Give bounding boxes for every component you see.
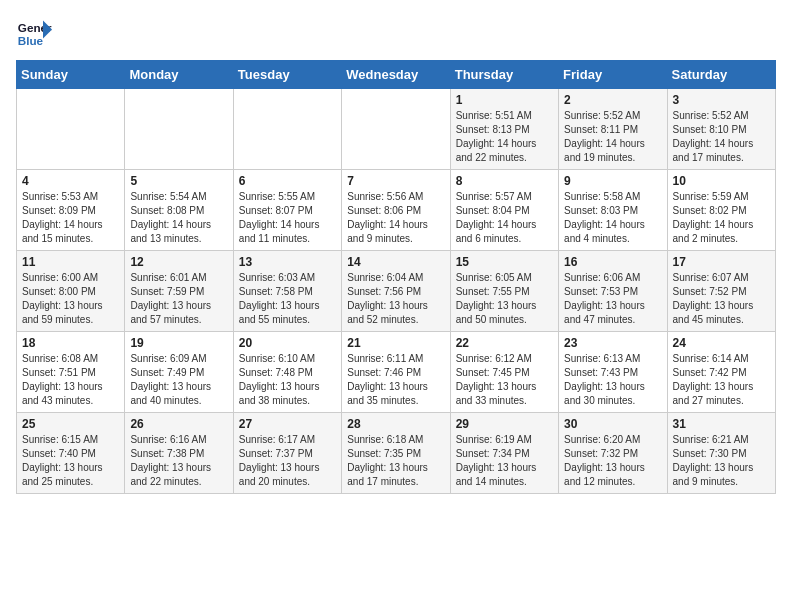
day-number: 30 (564, 417, 661, 431)
calendar-cell (233, 89, 341, 170)
cell-content: Sunrise: 6:07 AM Sunset: 7:52 PM Dayligh… (673, 271, 770, 327)
weekday-header: Friday (559, 61, 667, 89)
calendar-cell: 19Sunrise: 6:09 AM Sunset: 7:49 PM Dayli… (125, 332, 233, 413)
calendar-cell: 30Sunrise: 6:20 AM Sunset: 7:32 PM Dayli… (559, 413, 667, 494)
cell-content: Sunrise: 6:01 AM Sunset: 7:59 PM Dayligh… (130, 271, 227, 327)
cell-content: Sunrise: 6:09 AM Sunset: 7:49 PM Dayligh… (130, 352, 227, 408)
cell-content: Sunrise: 5:58 AM Sunset: 8:03 PM Dayligh… (564, 190, 661, 246)
calendar-cell (17, 89, 125, 170)
day-number: 15 (456, 255, 553, 269)
logo-icon: General Blue (16, 16, 52, 52)
day-number: 14 (347, 255, 444, 269)
day-number: 13 (239, 255, 336, 269)
calendar-cell: 24Sunrise: 6:14 AM Sunset: 7:42 PM Dayli… (667, 332, 775, 413)
day-number: 26 (130, 417, 227, 431)
cell-content: Sunrise: 6:21 AM Sunset: 7:30 PM Dayligh… (673, 433, 770, 489)
calendar-cell: 9Sunrise: 5:58 AM Sunset: 8:03 PM Daylig… (559, 170, 667, 251)
day-number: 21 (347, 336, 444, 350)
calendar-cell: 21Sunrise: 6:11 AM Sunset: 7:46 PM Dayli… (342, 332, 450, 413)
calendar-cell: 11Sunrise: 6:00 AM Sunset: 8:00 PM Dayli… (17, 251, 125, 332)
calendar-cell: 15Sunrise: 6:05 AM Sunset: 7:55 PM Dayli… (450, 251, 558, 332)
day-number: 28 (347, 417, 444, 431)
day-number: 9 (564, 174, 661, 188)
cell-content: Sunrise: 5:51 AM Sunset: 8:13 PM Dayligh… (456, 109, 553, 165)
calendar-cell: 13Sunrise: 6:03 AM Sunset: 7:58 PM Dayli… (233, 251, 341, 332)
cell-content: Sunrise: 6:03 AM Sunset: 7:58 PM Dayligh… (239, 271, 336, 327)
calendar-cell: 28Sunrise: 6:18 AM Sunset: 7:35 PM Dayli… (342, 413, 450, 494)
cell-content: Sunrise: 6:04 AM Sunset: 7:56 PM Dayligh… (347, 271, 444, 327)
cell-content: Sunrise: 5:53 AM Sunset: 8:09 PM Dayligh… (22, 190, 119, 246)
cell-content: Sunrise: 6:19 AM Sunset: 7:34 PM Dayligh… (456, 433, 553, 489)
weekday-header: Saturday (667, 61, 775, 89)
page-header: General Blue (16, 16, 776, 52)
cell-content: Sunrise: 5:56 AM Sunset: 8:06 PM Dayligh… (347, 190, 444, 246)
cell-content: Sunrise: 5:57 AM Sunset: 8:04 PM Dayligh… (456, 190, 553, 246)
cell-content: Sunrise: 5:59 AM Sunset: 8:02 PM Dayligh… (673, 190, 770, 246)
day-number: 8 (456, 174, 553, 188)
calendar-cell: 17Sunrise: 6:07 AM Sunset: 7:52 PM Dayli… (667, 251, 775, 332)
calendar-cell: 14Sunrise: 6:04 AM Sunset: 7:56 PM Dayli… (342, 251, 450, 332)
calendar-cell (342, 89, 450, 170)
day-number: 19 (130, 336, 227, 350)
calendar-body: 1Sunrise: 5:51 AM Sunset: 8:13 PM Daylig… (17, 89, 776, 494)
calendar-week-row: 25Sunrise: 6:15 AM Sunset: 7:40 PM Dayli… (17, 413, 776, 494)
day-number: 24 (673, 336, 770, 350)
day-number: 22 (456, 336, 553, 350)
calendar-cell: 16Sunrise: 6:06 AM Sunset: 7:53 PM Dayli… (559, 251, 667, 332)
cell-content: Sunrise: 5:54 AM Sunset: 8:08 PM Dayligh… (130, 190, 227, 246)
day-number: 16 (564, 255, 661, 269)
day-number: 18 (22, 336, 119, 350)
cell-content: Sunrise: 6:08 AM Sunset: 7:51 PM Dayligh… (22, 352, 119, 408)
calendar-cell: 27Sunrise: 6:17 AM Sunset: 7:37 PM Dayli… (233, 413, 341, 494)
cell-content: Sunrise: 6:00 AM Sunset: 8:00 PM Dayligh… (22, 271, 119, 327)
cell-content: Sunrise: 5:52 AM Sunset: 8:11 PM Dayligh… (564, 109, 661, 165)
weekday-header: Monday (125, 61, 233, 89)
calendar-cell: 29Sunrise: 6:19 AM Sunset: 7:34 PM Dayli… (450, 413, 558, 494)
calendar-cell: 7Sunrise: 5:56 AM Sunset: 8:06 PM Daylig… (342, 170, 450, 251)
weekday-header: Wednesday (342, 61, 450, 89)
calendar-week-row: 1Sunrise: 5:51 AM Sunset: 8:13 PM Daylig… (17, 89, 776, 170)
cell-content: Sunrise: 6:11 AM Sunset: 7:46 PM Dayligh… (347, 352, 444, 408)
weekday-header: Sunday (17, 61, 125, 89)
calendar-table: SundayMondayTuesdayWednesdayThursdayFrid… (16, 60, 776, 494)
day-number: 31 (673, 417, 770, 431)
calendar-header-row: SundayMondayTuesdayWednesdayThursdayFrid… (17, 61, 776, 89)
day-number: 2 (564, 93, 661, 107)
cell-content: Sunrise: 6:15 AM Sunset: 7:40 PM Dayligh… (22, 433, 119, 489)
cell-content: Sunrise: 5:52 AM Sunset: 8:10 PM Dayligh… (673, 109, 770, 165)
calendar-cell: 20Sunrise: 6:10 AM Sunset: 7:48 PM Dayli… (233, 332, 341, 413)
calendar-cell: 1Sunrise: 5:51 AM Sunset: 8:13 PM Daylig… (450, 89, 558, 170)
cell-content: Sunrise: 6:06 AM Sunset: 7:53 PM Dayligh… (564, 271, 661, 327)
day-number: 17 (673, 255, 770, 269)
day-number: 23 (564, 336, 661, 350)
calendar-cell: 23Sunrise: 6:13 AM Sunset: 7:43 PM Dayli… (559, 332, 667, 413)
calendar-week-row: 11Sunrise: 6:00 AM Sunset: 8:00 PM Dayli… (17, 251, 776, 332)
cell-content: Sunrise: 6:20 AM Sunset: 7:32 PM Dayligh… (564, 433, 661, 489)
day-number: 20 (239, 336, 336, 350)
day-number: 29 (456, 417, 553, 431)
calendar-cell: 4Sunrise: 5:53 AM Sunset: 8:09 PM Daylig… (17, 170, 125, 251)
calendar-cell: 31Sunrise: 6:21 AM Sunset: 7:30 PM Dayli… (667, 413, 775, 494)
day-number: 6 (239, 174, 336, 188)
day-number: 25 (22, 417, 119, 431)
calendar-cell: 10Sunrise: 5:59 AM Sunset: 8:02 PM Dayli… (667, 170, 775, 251)
calendar-cell: 12Sunrise: 6:01 AM Sunset: 7:59 PM Dayli… (125, 251, 233, 332)
calendar-cell: 5Sunrise: 5:54 AM Sunset: 8:08 PM Daylig… (125, 170, 233, 251)
day-number: 1 (456, 93, 553, 107)
calendar-cell: 22Sunrise: 6:12 AM Sunset: 7:45 PM Dayli… (450, 332, 558, 413)
calendar-cell (125, 89, 233, 170)
cell-content: Sunrise: 6:12 AM Sunset: 7:45 PM Dayligh… (456, 352, 553, 408)
cell-content: Sunrise: 6:16 AM Sunset: 7:38 PM Dayligh… (130, 433, 227, 489)
cell-content: Sunrise: 6:17 AM Sunset: 7:37 PM Dayligh… (239, 433, 336, 489)
calendar-cell: 18Sunrise: 6:08 AM Sunset: 7:51 PM Dayli… (17, 332, 125, 413)
weekday-header: Tuesday (233, 61, 341, 89)
day-number: 3 (673, 93, 770, 107)
cell-content: Sunrise: 6:05 AM Sunset: 7:55 PM Dayligh… (456, 271, 553, 327)
calendar-week-row: 4Sunrise: 5:53 AM Sunset: 8:09 PM Daylig… (17, 170, 776, 251)
cell-content: Sunrise: 5:55 AM Sunset: 8:07 PM Dayligh… (239, 190, 336, 246)
day-number: 12 (130, 255, 227, 269)
cell-content: Sunrise: 6:14 AM Sunset: 7:42 PM Dayligh… (673, 352, 770, 408)
calendar-week-row: 18Sunrise: 6:08 AM Sunset: 7:51 PM Dayli… (17, 332, 776, 413)
calendar-cell: 2Sunrise: 5:52 AM Sunset: 8:11 PM Daylig… (559, 89, 667, 170)
weekday-header: Thursday (450, 61, 558, 89)
